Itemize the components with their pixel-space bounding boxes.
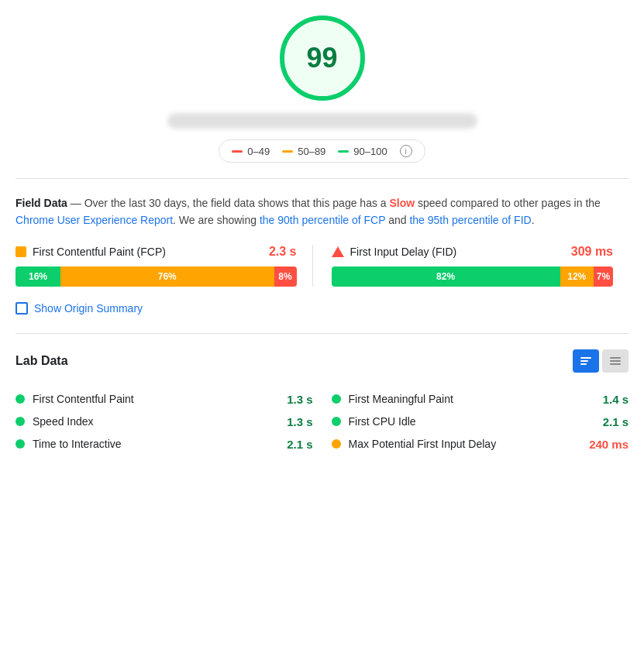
view-toggle <box>573 349 629 373</box>
lab-metric-fcp: First Contentful Paint 1.3 s <box>15 388 313 411</box>
score-section: 99 0–49 50–89 90–100 i <box>15 15 629 163</box>
toggle-list-view-button[interactable] <box>602 349 629 373</box>
fcp-icon-square <box>15 246 26 257</box>
fcp-progress-bar: 16% 76% 8% <box>15 266 297 287</box>
slow-label: Slow <box>389 197 415 209</box>
cux-link[interactable]: Chrome User Experience Report <box>15 214 173 226</box>
fcp-bar-orange: 76% <box>60 266 274 287</box>
fcp-link[interactable]: the 90th percentile of FCP <box>260 214 385 226</box>
origin-summary-icon <box>15 302 28 315</box>
fid-bar-green: 82% <box>332 266 560 287</box>
fid-link[interactable]: the 95th percentile of FID <box>409 214 531 226</box>
and-label: and <box>385 214 409 226</box>
lab-metric-fci: First CPU Idle 2.1 s <box>332 411 629 433</box>
legend-item-red: 0–49 <box>232 146 270 157</box>
fid-icon-triangle <box>332 246 344 257</box>
fcp-metric-value: 2.3 s <box>269 245 297 259</box>
speed-index-dot <box>15 417 25 426</box>
fci-value: 2.1 s <box>603 415 629 428</box>
legend-item-orange: 50–89 <box>282 146 325 157</box>
tti-dot <box>15 439 25 449</box>
legend-label-green: 90–100 <box>353 146 387 157</box>
divider-2 <box>15 333 629 334</box>
lab-metric-speed-index: Speed Index 1.3 s <box>15 411 313 433</box>
fcp-metric-header: First Contentful Paint (FCP) 2.3 s <box>15 245 297 259</box>
lab-metric-tti: Time to Interactive 2.1 s <box>15 433 313 456</box>
origin-summary-label: Show Origin Summary <box>34 302 143 315</box>
lab-data-section: Lab Data <box>15 349 629 456</box>
fcp-dot-green <box>15 394 25 404</box>
fid-metric-title: First Input Delay (FID) <box>350 246 457 258</box>
legend-label-orange: 50–89 <box>298 146 325 157</box>
field-data-description: Field Data — Over the last 30 days, the … <box>15 194 629 229</box>
field-data-mid: speed compared to other pages in the <box>415 197 601 209</box>
tti-value: 2.1 s <box>287 438 312 451</box>
score-circle: 99 <box>280 15 365 101</box>
fid-title-group: First Input Delay (FID) <box>332 246 457 258</box>
fcp-title-group: First Contentful Paint (FCP) <box>15 246 166 258</box>
field-data-prefix: — Over the last 30 days, the field data … <box>71 197 390 209</box>
fcp-metric-card: First Contentful Paint (FCP) 2.3 s 16% 7… <box>15 245 313 287</box>
bar-chart-icon <box>580 357 591 365</box>
lab-metric-mpfid: Max Potential First Input Delay 240 ms <box>332 433 629 456</box>
lab-metric-tti-left: Time to Interactive <box>15 438 122 450</box>
url-bar-blurred <box>167 113 477 129</box>
speed-index-value: 1.3 s <box>287 415 312 428</box>
fcp-lab-value: 1.3 s <box>287 393 312 406</box>
lab-metric-speed-left: Speed Index <box>15 415 94 428</box>
fcp-lab-name: First Contentful Paint <box>33 393 134 405</box>
legend-item-green: 90–100 <box>338 146 387 157</box>
lab-metric-mpfid-left: Max Potential First Input Delay <box>332 438 497 450</box>
field-data-title: Field Data <box>15 197 67 209</box>
score-legend: 0–49 50–89 90–100 i <box>219 139 425 163</box>
score-value: 99 <box>306 42 337 74</box>
fid-metric-header: First Input Delay (FID) 309 ms <box>332 245 614 259</box>
lab-data-title: Lab Data <box>15 354 68 368</box>
fid-bar-red: 7% <box>594 266 613 287</box>
lab-metrics-left-col: First Contentful Paint 1.3 s Speed Index… <box>15 388 313 456</box>
list-icon <box>610 357 621 365</box>
metrics-grid: First Contentful Paint (FCP) 2.3 s 16% 7… <box>15 245 629 287</box>
lab-metrics-grid: First Contentful Paint 1.3 s Speed Index… <box>15 388 629 456</box>
fcp-bar-green: 16% <box>15 266 60 287</box>
divider-1 <box>15 178 629 179</box>
legend-dot-orange <box>282 150 293 153</box>
fid-progress-bar: 82% 12% 7% <box>332 266 614 287</box>
fmp-value: 1.4 s <box>603 393 629 406</box>
fcp-metric-title: First Contentful Paint (FCP) <box>33 246 166 258</box>
field-data-section: Field Data — Over the last 30 days, the … <box>15 194 629 318</box>
show-origin-summary-button[interactable]: Show Origin Summary <box>15 299 143 318</box>
lab-metric-fci-left: First CPU Idle <box>332 415 416 428</box>
legend-dot-green <box>338 150 349 153</box>
fci-dot <box>332 417 341 426</box>
speed-index-name: Speed Index <box>33 415 94 428</box>
period-label: . <box>532 214 535 226</box>
fid-metric-value: 309 ms <box>571 245 613 259</box>
fci-name: First CPU Idle <box>349 415 416 428</box>
lab-metric-fcp-left: First Contentful Paint <box>15 393 134 405</box>
tti-name: Time to Interactive <box>33 438 122 450</box>
lab-metric-fmp-left: First Meaningful Paint <box>332 393 453 405</box>
lab-metric-fmp: First Meaningful Paint 1.4 s <box>332 388 629 411</box>
toggle-bar-view-button[interactable] <box>573 349 599 373</box>
mpfid-dot <box>332 439 341 449</box>
fmp-name: First Meaningful Paint <box>349 393 453 405</box>
lab-metrics-right-col: First Meaningful Paint 1.4 s First CPU I… <box>332 388 629 456</box>
fcp-bar-red: 8% <box>274 266 297 287</box>
lab-data-header: Lab Data <box>15 349 629 373</box>
legend-label-red: 0–49 <box>247 146 270 157</box>
fmp-dot <box>332 394 341 404</box>
fid-metric-card: First Input Delay (FID) 309 ms 82% 12% 7… <box>332 245 629 287</box>
field-data-end: . We are showing <box>173 214 260 226</box>
legend-dot-red <box>232 150 243 153</box>
info-icon[interactable]: i <box>400 145 412 157</box>
fid-bar-orange: 12% <box>560 266 594 287</box>
mpfid-value: 240 ms <box>589 438 629 451</box>
mpfid-name: Max Potential First Input Delay <box>349 438 497 450</box>
